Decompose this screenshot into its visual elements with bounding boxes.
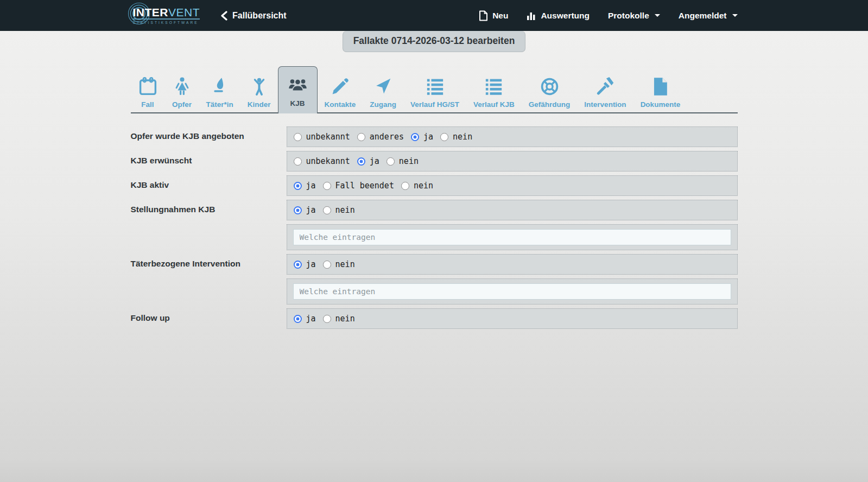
radio-input[interactable] xyxy=(323,261,331,269)
radio-option-nein[interactable]: nein xyxy=(323,314,355,324)
tab-zugang[interactable]: Zugang xyxy=(363,71,403,113)
radio-option-fall-beendet[interactable]: Fall beendet xyxy=(323,181,394,191)
tab-verlauf-hgst[interactable]: Verlauf HG/ST xyxy=(403,71,466,113)
child-icon xyxy=(249,77,269,97)
radio-input[interactable] xyxy=(357,133,365,141)
new-file-icon xyxy=(479,10,488,21)
form-row-follow-up: Follow up ja nein xyxy=(131,308,738,329)
radio-option-ja[interactable]: ja xyxy=(294,181,316,191)
radio-input[interactable] xyxy=(401,182,409,190)
radio-option-nein[interactable]: nein xyxy=(387,156,419,166)
radio-label: ja xyxy=(306,314,316,324)
radio-option-ja[interactable]: ja xyxy=(294,205,316,215)
field-label: Opfer wurde KJB angeboten xyxy=(131,126,287,147)
field-label xyxy=(131,278,287,305)
radio-input[interactable] xyxy=(411,133,419,141)
radio-option-ja[interactable]: ja xyxy=(294,259,316,269)
nav-item-neu[interactable]: Neu xyxy=(479,10,508,21)
field-label: Follow up xyxy=(131,308,287,329)
brand-text: INTERVENT xyxy=(133,7,200,20)
radio-input[interactable] xyxy=(440,133,448,141)
radio-option-unbekannt[interactable]: unbekannt xyxy=(294,132,350,142)
tab-gefaehrdung[interactable]: Gefährdung xyxy=(522,71,578,113)
gavel-icon xyxy=(595,77,615,97)
tab-label: Kontakte xyxy=(325,100,356,109)
tab-label: Täter*in xyxy=(206,100,233,109)
radio-input[interactable] xyxy=(357,157,365,166)
tab-verlauf-kjb[interactable]: Verlauf KJB xyxy=(466,71,522,113)
tab-kjb[interactable]: KJB xyxy=(278,66,318,113)
life-ring-icon xyxy=(540,77,560,97)
nav-item-auswertung[interactable]: Auswertung xyxy=(527,11,590,21)
radio-input[interactable] xyxy=(294,157,302,166)
radio-input[interactable] xyxy=(323,206,331,214)
page-title: Fallakte 0714-2026-03-12 bearbeiten xyxy=(343,31,526,52)
form-row-kjb-erwuenscht: KJB erwünscht unbekannt ja nein xyxy=(131,151,738,172)
flame-icon xyxy=(210,77,230,97)
field-label: KJB erwünscht xyxy=(131,151,287,172)
field-label: KJB aktiv xyxy=(131,175,287,196)
radio-input[interactable] xyxy=(294,182,302,190)
radio-option-nein[interactable]: nein xyxy=(401,181,433,191)
radio-option-nein[interactable]: nein xyxy=(440,132,472,142)
tab-taeterin[interactable]: Täter*in xyxy=(199,71,240,113)
chevron-left-icon xyxy=(220,11,227,21)
text-input-box xyxy=(287,224,738,250)
back-to-falluebersicht-link[interactable]: Fallübersicht xyxy=(220,11,287,21)
bar-chart-icon xyxy=(527,11,536,21)
form-row-opfer-kjb-angeboten: Opfer wurde KJB angeboten unbekannt ande… xyxy=(131,126,738,147)
tab-intervention[interactable]: Intervention xyxy=(577,71,633,113)
radio-label: nein xyxy=(399,156,419,166)
tab-kontakte[interactable]: Kontakte xyxy=(318,71,363,113)
caret-down-icon xyxy=(655,14,660,17)
nav-item-label: Angemeldet xyxy=(679,11,727,21)
radio-option-nein[interactable]: nein xyxy=(323,205,355,215)
radio-input[interactable] xyxy=(387,157,395,166)
nav-dropdown-angemeldet[interactable]: Angemeldet xyxy=(679,11,738,21)
tab-kinder[interactable]: Kinder xyxy=(240,71,278,113)
form-row-stellungnahmen-welche xyxy=(131,224,738,250)
radio-option-ja[interactable]: ja xyxy=(411,132,433,142)
list-icon xyxy=(425,77,445,97)
female-person-icon xyxy=(172,77,192,97)
radio-group-kjb-aktiv: ja Fall beendet nein xyxy=(287,175,738,196)
tab-fall[interactable]: Fall xyxy=(131,71,165,113)
tab-opfer[interactable]: Opfer xyxy=(165,71,199,113)
radio-input[interactable] xyxy=(294,261,302,269)
radio-group-taeterbezogene-intervention: ja nein xyxy=(287,254,738,275)
radio-label: nein xyxy=(335,259,355,269)
form-row-stellungnahmen-kjb: Stellungnahmen KJB ja nein xyxy=(131,200,738,220)
tab-dokumente[interactable]: Dokumente xyxy=(633,71,688,113)
radio-label: ja xyxy=(306,259,316,269)
form-row-intervention-welche xyxy=(131,278,738,305)
radio-input[interactable] xyxy=(294,315,302,323)
nav-dropdown-protokolle[interactable]: Protokolle xyxy=(608,11,660,21)
radio-option-anderes[interactable]: anderes xyxy=(357,132,404,142)
case-tabs: Fall Opfer Täter*in Kinder KJB Kontakte … xyxy=(131,66,738,113)
document-icon xyxy=(650,77,670,97)
location-arrow-icon xyxy=(373,77,393,97)
radio-label: anderes xyxy=(370,132,404,142)
radio-label: Fall beendet xyxy=(335,181,394,191)
radio-group-follow-up: ja nein xyxy=(287,308,738,329)
radio-label: ja xyxy=(306,181,316,191)
radio-label: nein xyxy=(335,205,355,215)
radio-group-opfer-kjb-angeboten: unbekannt anderes ja nein xyxy=(287,126,738,147)
radio-option-nein[interactable]: nein xyxy=(323,259,355,269)
welche-eintragen-input[interactable] xyxy=(293,229,731,245)
radio-input[interactable] xyxy=(294,133,302,141)
radio-label: nein xyxy=(335,314,355,324)
calendar-icon xyxy=(138,77,158,97)
form-row-kjb-aktiv: KJB aktiv ja Fall beendet nein xyxy=(131,175,738,196)
radio-option-ja[interactable]: ja xyxy=(294,314,316,324)
caret-down-icon xyxy=(732,14,738,17)
radio-input[interactable] xyxy=(323,182,331,190)
radio-input[interactable] xyxy=(323,315,331,323)
welche-eintragen-input[interactable] xyxy=(293,283,731,300)
tab-label: Dokumente xyxy=(641,100,681,109)
tab-label: Gefährdung xyxy=(529,100,571,109)
radio-input[interactable] xyxy=(294,206,302,214)
radio-option-ja[interactable]: ja xyxy=(357,156,379,166)
radio-option-unbekannt[interactable]: unbekannt xyxy=(294,156,350,166)
intervent-logo[interactable]: INTERVENT STATISTIKSOFTWARE xyxy=(131,7,200,24)
